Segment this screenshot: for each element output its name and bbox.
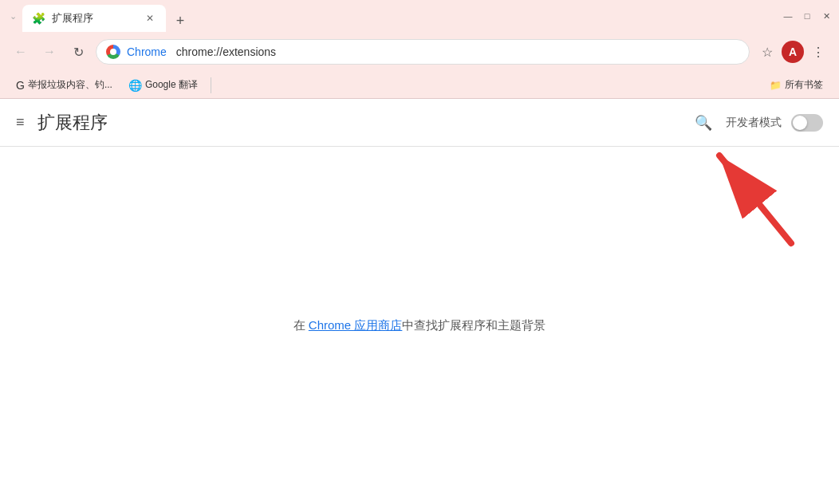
bookmarks-divider [211, 77, 211, 93]
bookmark-star-icon[interactable]: ☆ [756, 41, 778, 63]
bookmark-label-translate: Google 翻译 [145, 78, 198, 92]
title-bar-left: ⌄ 🧩 扩展程序 ✕ + [6, 0, 191, 32]
title-bar: ⌄ 🧩 扩展程序 ✕ + — □ ✕ [0, 0, 839, 32]
refresh-btn[interactable]: ↻ [67, 41, 89, 63]
hamburger-menu-icon[interactable]: ≡ [16, 114, 25, 131]
dev-mode-toggle[interactable] [791, 114, 823, 132]
close-btn[interactable]: ✕ [820, 10, 833, 22]
chrome-menu-btn[interactable]: ⋮ [807, 41, 829, 63]
ext-header-right: 🔍 开发者模式 [691, 110, 823, 136]
tab-close-btn[interactable]: ✕ [144, 12, 156, 25]
active-tab[interactable]: 🧩 扩展程序 ✕ [22, 5, 166, 32]
bookmarks-bar: G 举报垃圾内容、钓... 🌐 Google 翻译 📁 所有书签 [0, 72, 839, 99]
search-btn[interactable]: 🔍 [691, 110, 716, 136]
main-area: ≡ 扩展程序 🔍 开发者模式 在 Chrome 应用商店中查找扩展程序和主题背景 [0, 99, 839, 504]
address-text: chrome://extensions [176, 45, 276, 58]
profile-avatar[interactable]: A [782, 41, 804, 63]
restore-btn[interactable]: □ [801, 10, 813, 22]
folder-icon: 📁 [770, 80, 782, 91]
extensions-empty-state: 在 Chrome 应用商店中查找扩展程序和主题背景 [0, 147, 839, 504]
minimize-btn[interactable]: — [782, 10, 794, 22]
chrome-store-link[interactable]: Chrome 应用商店 [309, 318, 403, 332]
bookmark-label-report: 举报垃圾内容、钓... [28, 78, 112, 92]
all-bookmarks-label: 所有书签 [785, 78, 823, 92]
all-bookmarks-btn[interactable]: 📁 所有书签 [763, 75, 829, 95]
nav-bar: ← → ↻ Chrome chrome://extensions ☆ A ⋮ [0, 32, 839, 72]
empty-text-before: 在 [293, 318, 309, 332]
window-controls: — □ ✕ [782, 10, 833, 22]
address-bar[interactable]: Chrome chrome://extensions [96, 39, 750, 65]
ext-header-left: ≡ 扩展程序 [16, 111, 108, 135]
bookmark-item-report[interactable]: G 举报垃圾内容、钓... [10, 75, 119, 95]
dev-mode-label: 开发者模式 [726, 116, 782, 130]
tab-title: 扩展程序 [52, 11, 93, 26]
forward-btn[interactable]: → [38, 41, 61, 63]
translate-icon: 🌐 [128, 79, 142, 92]
empty-text-after: 中查找扩展程序和主题背景 [402, 318, 546, 332]
tab-puzzle-icon: 🧩 [32, 12, 45, 25]
page-title: 扩展程序 [37, 111, 108, 135]
chrome-label: Chrome [127, 45, 167, 58]
empty-state-text: 在 Chrome 应用商店中查找扩展程序和主题背景 [293, 318, 546, 333]
new-tab-btn[interactable]: + [169, 10, 191, 32]
extensions-header: ≡ 扩展程序 🔍 开发者模式 [0, 99, 839, 147]
tab-list-btn[interactable]: ⌄ [6, 10, 19, 22]
bookmark-item-translate[interactable]: 🌐 Google 翻译 [122, 75, 204, 95]
tab-area: 🧩 扩展程序 ✕ + [22, 0, 191, 32]
nav-right: ☆ A ⋮ [756, 41, 829, 63]
chrome-logo-icon [106, 45, 120, 59]
extensions-page: ≡ 扩展程序 🔍 开发者模式 在 Chrome 应用商店中查找扩展程序和主题背景 [0, 99, 839, 504]
google-icon: G [16, 79, 25, 92]
back-btn[interactable]: ← [10, 41, 32, 63]
